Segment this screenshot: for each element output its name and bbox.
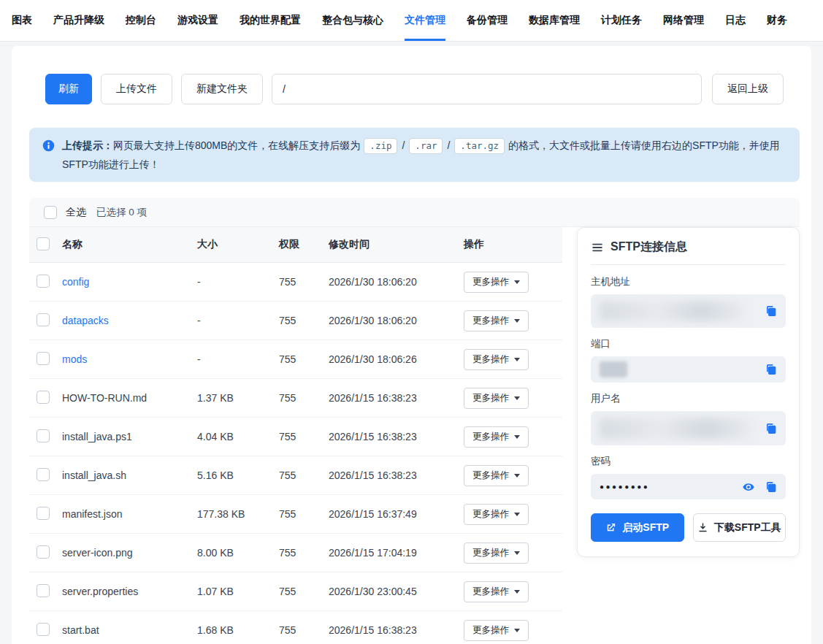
row-checkbox[interactable] (37, 313, 50, 326)
row-checkbox[interactable] (37, 352, 50, 365)
redacted-port-value (600, 361, 627, 377)
refresh-button[interactable]: 刷新 (45, 74, 92, 104)
folder-link[interactable]: mods (62, 353, 87, 365)
more-actions-button[interactable]: 更多操作 (464, 581, 529, 602)
more-actions-button[interactable]: 更多操作 (464, 504, 529, 525)
table-row: HOW-TO-RUN.md 1.37 KB 755 2026/1/15 16:3… (29, 379, 562, 418)
copy-icon[interactable] (765, 423, 777, 434)
nav-tab[interactable]: 整合包与核心 (322, 0, 383, 41)
nav-tab[interactable]: 财务 (767, 0, 787, 41)
upload-file-button[interactable]: 上传文件 (101, 74, 172, 104)
nav-tab[interactable]: 文件管理 (405, 0, 445, 41)
nav-tab[interactable]: 网络管理 (663, 0, 704, 41)
format-chip-rar: .rar (409, 138, 443, 154)
nav-tab[interactable]: 数据库管理 (529, 0, 580, 41)
copy-icon[interactable] (765, 364, 777, 375)
more-actions-label: 更多操作 (472, 353, 509, 366)
nav-tab[interactable]: 我的世界配置 (240, 0, 301, 41)
header-checkbox[interactable] (37, 237, 50, 250)
more-actions-button[interactable]: 更多操作 (464, 388, 529, 409)
password-label: 密码 (591, 455, 786, 468)
more-actions-button[interactable]: 更多操作 (464, 272, 529, 293)
row-checkbox[interactable] (37, 507, 50, 520)
file-permissions: 755 (279, 508, 329, 520)
path-input[interactable] (272, 74, 702, 104)
sftp-username-field: 用户名 (591, 392, 786, 445)
file-modified-time: 2026/1/30 23:00:45 (329, 586, 464, 597)
table-row: install_java.ps1 4.04 KB 755 2026/1/15 1… (29, 418, 562, 456)
row-checkbox[interactable] (37, 468, 50, 481)
table-row: manifest.json 177.38 KB 755 2026/1/15 16… (29, 495, 562, 534)
copy-icon[interactable] (765, 305, 777, 317)
more-actions-button[interactable]: 更多操作 (464, 349, 529, 370)
table-row: config - 755 2026/1/30 18:06:20 更多操作 (29, 263, 562, 302)
file-name: install_java.ps1 (62, 431, 132, 442)
caret-down-icon (514, 319, 520, 323)
file-modified-time: 2026/1/30 18:06:20 (329, 276, 464, 288)
file-modified-time: 2026/1/15 16:38:23 (329, 469, 464, 481)
download-sftp-tool-button[interactable]: 下载SFTP工具 (693, 513, 786, 542)
sftp-port-field: 端口 (591, 337, 786, 383)
file-permissions: 755 (279, 392, 329, 404)
nav-tab-label: 备份管理 (467, 14, 508, 27)
nav-tab[interactable]: 图表 (12, 0, 32, 41)
back-parent-button[interactable]: 返回上级 (712, 74, 784, 104)
nav-tab[interactable]: 控制台 (126, 0, 156, 41)
table-row: datapacks - 755 2026/1/30 18:06:20 更多操作 (29, 302, 562, 340)
more-actions-button[interactable]: 更多操作 (464, 543, 529, 564)
file-name: manifest.json (62, 508, 122, 520)
format-separator: / (447, 139, 450, 151)
upload-hint-alert: 上传提示：网页最大支持上传800MB的文件，在线解压支持后缀为.zip/.rar… (29, 128, 800, 182)
nav-tab-label: 控制台 (126, 14, 156, 27)
new-folder-button[interactable]: 新建文件夹 (181, 74, 263, 104)
file-name: install_java.sh (62, 469, 126, 481)
sftp-info-card: SFTP连接信息 主机地址 端口 (577, 227, 800, 557)
row-checkbox[interactable] (37, 391, 50, 404)
caret-down-icon (514, 551, 520, 555)
eye-icon[interactable] (742, 480, 755, 494)
row-checkbox[interactable] (37, 545, 50, 559)
row-checkbox[interactable] (37, 623, 50, 636)
caret-down-icon (514, 474, 520, 478)
nav-tab[interactable]: 计划任务 (601, 0, 642, 41)
more-actions-button[interactable]: 更多操作 (464, 310, 529, 331)
file-permissions: 755 (279, 353, 329, 365)
file-permissions: 755 (279, 276, 329, 288)
nav-tab-label: 整合包与核心 (322, 14, 383, 27)
nav-tab[interactable]: 游戏设置 (177, 0, 218, 41)
folder-link[interactable]: config (62, 276, 89, 288)
sftp-actions: 启动SFTP 下载SFTP工具 (591, 513, 786, 542)
row-checkbox[interactable] (37, 275, 50, 288)
nav-tab[interactable]: 产品升降级 (53, 0, 104, 41)
file-size: - (197, 353, 279, 365)
select-all-label: 全选 (66, 206, 86, 219)
folder-link[interactable]: datapacks (62, 315, 109, 326)
more-actions-button[interactable]: 更多操作 (464, 465, 529, 486)
file-size: 1.37 KB (197, 392, 279, 404)
nav-tab[interactable]: 备份管理 (467, 0, 508, 41)
copy-icon[interactable] (765, 481, 777, 493)
file-permissions: 755 (279, 469, 329, 481)
caret-down-icon (514, 513, 520, 516)
password-value-box: ●●●●●●●● (591, 474, 786, 499)
more-actions-button[interactable]: 更多操作 (464, 426, 529, 448)
more-actions-button[interactable]: 更多操作 (464, 620, 529, 641)
select-all-checkbox[interactable] (44, 206, 57, 219)
launch-sftp-button[interactable]: 启动SFTP (591, 513, 684, 542)
host-value-box (591, 294, 786, 328)
file-permissions: 755 (279, 315, 329, 326)
row-checkbox[interactable] (37, 584, 50, 597)
header-name: 名称 (62, 238, 197, 251)
more-actions-label: 更多操作 (472, 392, 509, 405)
more-actions-label: 更多操作 (472, 276, 509, 288)
sftp-password-field: 密码 ●●●●●●●● (591, 455, 786, 499)
file-name: start.bat (62, 624, 99, 636)
port-label: 端口 (591, 337, 786, 350)
nav-tab[interactable]: 日志 (725, 0, 746, 41)
download-sftp-label: 下载SFTP工具 (714, 521, 781, 534)
file-permissions: 755 (279, 624, 329, 636)
file-size: 1.07 KB (197, 586, 279, 597)
row-checkbox[interactable] (37, 429, 50, 442)
nav-tab-label: 计划任务 (601, 14, 642, 27)
redacted-username-value (600, 418, 752, 439)
